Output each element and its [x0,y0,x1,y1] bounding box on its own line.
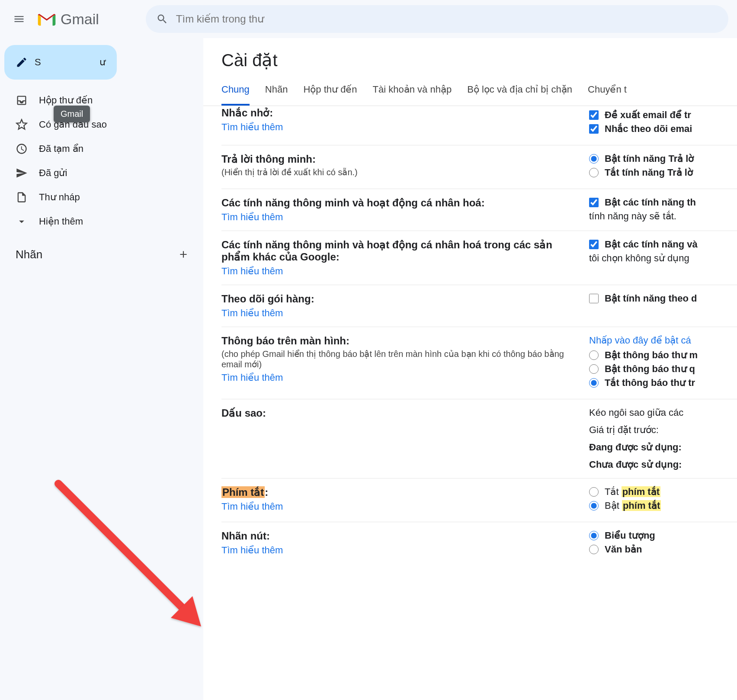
sidebar-item-label: Hiện thêm [39,216,83,227]
smart-reply-off-label: Tắt tính năng Trả lờ [605,167,693,178]
pencil-icon [16,56,28,68]
sidebar-item-label: Thư nháp [39,192,80,203]
smart-reply-sub: (Hiển thị trả lời đề xuất khi có sẵn.) [221,167,580,177]
gmail-logo[interactable]: Gmail [37,11,99,28]
gmail-tooltip: Gmail [54,106,90,122]
search-input[interactable] [176,13,718,25]
tab-3[interactable]: Tài khoản và nhập [373,78,452,106]
smart-features-other-checkbox[interactable] [589,240,599,249]
sidebar-item-4[interactable]: Thư nháp [4,186,203,209]
smart-reply-on-radio[interactable] [589,154,599,164]
notif-important-label: Bật thông báo thư q [605,363,695,375]
chevron-down-icon [16,215,28,228]
learn-more-link[interactable]: Tìm hiểu thêm [221,545,283,556]
file-icon [16,191,28,203]
labels-heading: Nhãn [16,248,42,261]
send-icon [16,167,28,179]
sidebar-item-label: Đã gửi [39,167,67,179]
stars-title: Dấu sao: [221,407,580,419]
notif-important-radio[interactable] [589,364,599,374]
smart-features-label: Bật các tính năng th [605,197,696,208]
smart-features-title: Các tính năng thông minh và hoạt động cá… [221,197,580,209]
smart-reply-on-label: Bật tính năng Trả lờ [605,153,694,164]
sidebar-item-label: Hộp thư đến [39,95,93,106]
stars-drag-label: Kéo ngôi sao giữa các [589,407,737,418]
followup-reminder-label: Nhắc theo dõi emai [605,123,692,135]
button-labels-icons-radio[interactable] [589,531,599,540]
stars-inuse-label: Đang được sử dụng: [589,442,737,453]
tab-0[interactable]: Chung [221,78,250,106]
smart-reply-off-radio[interactable] [589,168,599,177]
svg-line-0 [58,484,188,613]
sidebar-item-0[interactable]: Hộp thư đến [4,89,203,112]
smart-features-checkbox[interactable] [589,198,599,207]
smart-features-other-desc: tôi chọn không sử dụng [589,253,737,264]
button-labels-title: Nhãn nút: [221,530,580,542]
package-tracking-title: Theo dõi gói hàng: [221,293,580,305]
star-icon [16,119,28,131]
compose-label-suffix: ư [99,57,106,68]
smart-features-desc: tính năng này sẽ tắt. [589,211,737,222]
sidebar-item-2[interactable]: Đã tạm ẩn [4,138,203,160]
button-labels-icons-label: Biểu tượng [605,530,655,541]
svg-marker-1 [171,596,201,626]
package-tracking-checkbox[interactable] [589,294,599,303]
tab-2[interactable]: Hộp thư đến [303,78,357,106]
menu-icon[interactable] [9,9,29,29]
notif-new-label: Bật thông báo thư m [605,350,698,361]
desktop-notif-sub: (cho phép Gmail hiển thị thông báo bật l… [221,349,580,369]
button-labels-text-radio[interactable] [589,545,599,554]
shortcuts-title: Phím tắt: [221,486,580,498]
notif-off-radio[interactable] [589,378,599,388]
shortcuts-off-label: Tắt phím tắt [605,486,660,498]
learn-more-link[interactable]: Tìm hiểu thêm [221,122,283,133]
button-labels-text-label: Văn bản [605,544,642,555]
suggest-emails-label: Đề xuất email để tr [605,109,691,121]
clock-icon [16,143,28,155]
smart-features-other-label: Bật các tính năng và [605,239,698,250]
learn-more-link[interactable]: Tìm hiểu thêm [221,266,283,277]
settings-title: Cài đặt [203,38,737,78]
learn-more-link[interactable]: Tìm hiểu thêm [221,308,283,319]
reminder-title: Nhắc nhở: [221,107,580,119]
learn-more-link[interactable]: Tìm hiểu thêm [221,372,283,383]
smart-reply-title: Trả lời thông minh: [221,153,580,165]
tab-1[interactable]: Nhãn [265,78,288,106]
compose-label-prefix: S [35,57,41,68]
gmail-logo-icon [37,12,56,26]
inbox-icon [16,94,28,106]
sidebar-item-label: Đã tạm ẩn [39,143,83,154]
notif-new-radio[interactable] [589,350,599,360]
shortcuts-on-label: Bật phím tắt [605,500,661,511]
stars-preset-label: Giá trị đặt trước: [589,424,737,436]
shortcuts-off-radio[interactable] [589,487,599,497]
tab-4[interactable]: Bộ lọc và địa chỉ bị chặn [467,78,572,106]
shortcuts-on-radio[interactable] [589,501,599,511]
enable-notifications-link[interactable]: Nhấp vào đây để bật cá [589,335,737,346]
tab-5[interactable]: Chuyển t [588,78,627,106]
notif-off-label: Tắt thông báo thư tr [605,377,695,389]
compose-button[interactable]: S ư [4,45,117,80]
learn-more-link[interactable]: Tìm hiểu thêm [221,212,283,223]
sidebar-item-3[interactable]: Đã gửi [4,162,203,184]
learn-more-link[interactable]: Tìm hiểu thêm [221,501,283,512]
app-name-label: Gmail [61,11,99,28]
smart-features-other-title: Các tính năng thông minh và hoạt động cá… [221,239,580,263]
package-tracking-label: Bật tính năng theo d [605,293,697,304]
add-label-button[interactable] [175,246,192,263]
suggest-emails-checkbox[interactable] [589,110,599,120]
stars-notinuse-label: Chưa được sử dụng: [589,459,737,470]
desktop-notif-title: Thông báo trên màn hình: [221,335,580,347]
search-box[interactable] [146,5,728,33]
sidebar-item-1[interactable]: Có gắn dấu sao [4,113,203,136]
annotation-arrow [50,475,223,650]
sidebar-item-5[interactable]: Hiện thêm [4,210,203,233]
plus-icon [178,249,189,260]
search-icon [156,13,168,25]
followup-reminder-checkbox[interactable] [589,124,599,134]
